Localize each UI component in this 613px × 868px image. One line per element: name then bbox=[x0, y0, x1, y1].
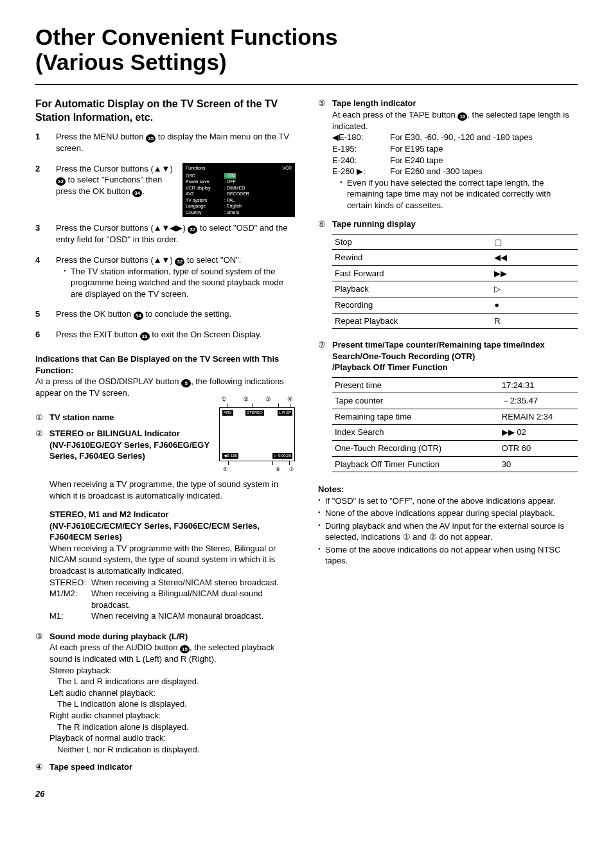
badge-icon: 33 bbox=[140, 332, 150, 341]
indications-heading: Indications that Can Be Displayed on the… bbox=[35, 353, 295, 376]
right-column: ⑤ Tape length indicator At each press of… bbox=[318, 98, 578, 775]
badge-icon: 15 bbox=[180, 645, 190, 653]
step-1: 1 Press the MENU button 35 to display th… bbox=[35, 131, 295, 154]
badge-icon: 32 bbox=[188, 226, 197, 234]
tv-station-name: TV station name bbox=[49, 412, 211, 423]
step-6: 6 Press the EXIT button 33 to exit the O… bbox=[35, 329, 295, 341]
badge-icon: 10 bbox=[458, 112, 467, 121]
circled-1: ① bbox=[35, 412, 49, 423]
indicator-screenshot: ① ② ③ ④ ARD STEREO L R SP ◀E-180 ▷ 0:00:… bbox=[219, 395, 295, 474]
section-heading: For Automatic Display on the TV Screen o… bbox=[35, 98, 295, 125]
tape-running-table: Stop▢ Rewind◀◀ Fast Forward▶▶ Playback▷ … bbox=[332, 234, 578, 329]
title-rule bbox=[35, 84, 578, 85]
notes-list: If "OSD" is set to "OFF", none of the ab… bbox=[318, 495, 578, 567]
notes-heading: Notes: bbox=[318, 484, 578, 495]
circled-5: ⑤ bbox=[318, 98, 332, 211]
badge-icon: 5 bbox=[181, 379, 191, 387]
circled-6: ⑥ bbox=[318, 218, 332, 329]
circled-4: ④ bbox=[35, 761, 49, 773]
circled-7: ⑦ bbox=[318, 339, 332, 472]
badge-icon: 35 bbox=[146, 134, 155, 143]
circled-3: ③ bbox=[35, 631, 49, 755]
badge-icon: 32 bbox=[56, 177, 66, 186]
step-4: 4 Press the Cursor buttons (▲▼) 32 to se… bbox=[35, 254, 295, 300]
page-number: 26 bbox=[35, 788, 578, 800]
page-title: Other Convenient Functions (Various Sett… bbox=[35, 24, 578, 75]
step-3: 3 Press the Cursor buttons (▲▼◀▶) 32 to … bbox=[35, 222, 295, 245]
badge-icon: 34 bbox=[134, 312, 143, 320]
time-counter-table: Present time17:24:31 Tape counter－2:35.4… bbox=[332, 377, 578, 472]
functions-screenshot: Functions VCR OSD: ON Power save: OFF VC… bbox=[182, 163, 295, 218]
step-5: 5 Press the OK button 34 to conclude the… bbox=[35, 308, 295, 320]
left-column: For Automatic Display on the TV Screen o… bbox=[35, 98, 295, 775]
circled-2: ② bbox=[35, 428, 49, 462]
badge-icon: 34 bbox=[132, 189, 142, 197]
badge-icon: 32 bbox=[175, 258, 184, 266]
step-2: 2 Press the Cursor buttons (▲▼) 32 to se… bbox=[35, 163, 175, 198]
